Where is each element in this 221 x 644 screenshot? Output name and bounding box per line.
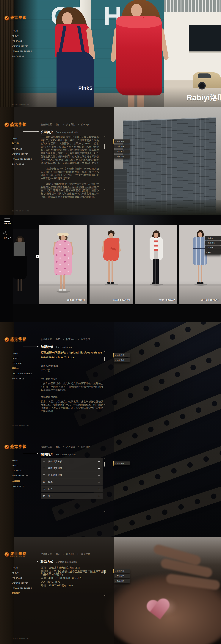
nav-about[interactable]: ABOUT — [12, 357, 36, 359]
product-card[interactable]: 连衣裙：6835046 — [90, 225, 133, 304]
scrollbar-thumb[interactable] — [104, 570, 105, 574]
breadcrumb-home[interactable]: 首页 — [56, 553, 60, 556]
breadcrumb-home[interactable]: 首页 — [56, 123, 60, 126]
nav-contact-us[interactable]: 联系我们 — [12, 592, 36, 594]
brand-logo[interactable]: 盛世华都 SHENG SHI HUA DU — [4, 552, 27, 557]
accordion-item-market-manager[interactable]: 三、市场拓展经理 + — [41, 472, 102, 478]
nav-contact-us[interactable]: CONTACT US — [12, 163, 36, 165]
tab-arrow-icon: ▸ — [206, 252, 207, 254]
brand-logo[interactable]: 盛世华都 SHENG SHI HUA DU — [4, 16, 27, 20]
brand-logo[interactable]: 盛世华都 SHENG SHI HUA DU — [4, 444, 27, 449]
menu-label[interactable]: MENU — [4, 222, 11, 224]
brand-tab-yixiangliying[interactable]: ▸ 衣香丽影 — [205, 241, 221, 245]
tab-arrow-icon: ▸ — [115, 575, 116, 577]
breadcrumb-section[interactable]: 人力资源 — [66, 446, 75, 448]
brand-tab-balidor[interactable]: ▸ 芭黎朵 — [205, 236, 221, 240]
side-tab-corporate-culture[interactable]: ▸ 企业文化 — [114, 144, 130, 148]
nav-wealth-center[interactable]: WEALTH CENTER — [12, 45, 36, 47]
scrollbar-thumb[interactable] — [104, 357, 105, 361]
plus-icon[interactable]: + — [98, 494, 100, 498]
nav-contact-us[interactable]: CONTACT US — [12, 485, 36, 487]
nav-human-resources[interactable]: HUMAN RESOURCES — [12, 158, 36, 160]
nav-wealth-center[interactable]: WEALTH CENTER — [12, 474, 36, 476]
pointer-arrow — [23, 132, 39, 132]
nav-contact-us[interactable]: CONTACT US — [12, 378, 36, 380]
plus-icon[interactable]: + — [98, 487, 100, 491]
accordion-item-accountant[interactable]: 六、会计 + — [41, 493, 102, 499]
scrollbar-track[interactable] — [105, 459, 105, 512]
brand-tab-e15[interactable]: ▸ E15 — [205, 250, 221, 254]
scrollbar-thumb[interactable] — [104, 462, 105, 466]
nav-home[interactable]: HOME — [12, 352, 36, 354]
nav-home[interactable]: HOME — [12, 567, 36, 569]
nav-human-resources[interactable]: HUMAN RESOURCES — [12, 50, 36, 52]
breadcrumb-home[interactable]: 首页 — [56, 446, 60, 448]
side-tab-map[interactable]: ▸ 电子地图 — [114, 579, 130, 583]
product-card[interactable]: 连衣裙：6835045 — [39, 225, 87, 304]
plus-icon[interactable]: + — [98, 466, 100, 470]
nav-human-resources[interactable]: HUMAN RESOURCES — [12, 587, 36, 589]
side-tab-recruitment[interactable]: ▸ 招聘简介 — [114, 462, 130, 466]
breadcrumb-section[interactable]: 关于我们 — [66, 123, 75, 126]
nav-about[interactable]: ABOUT — [12, 35, 36, 37]
breadcrumb-separator: > — [63, 338, 64, 341]
tab-arrow-icon: ▸ — [115, 360, 116, 361]
nav-its-brand[interactable]: ITS BRAND — [12, 362, 36, 364]
side-tab-join-policy[interactable]: ▸ 加盟政策 — [114, 353, 130, 357]
nav-wealth-center[interactable]: WEALTH CENTER — [12, 153, 36, 155]
nav-human-resources[interactable]: 人力资源 — [12, 480, 36, 482]
breadcrumb-home[interactable]: 首页 — [56, 338, 60, 341]
contact-label: QQ： — [41, 580, 47, 583]
product-label: 连衣裙：6835045 — [67, 298, 85, 302]
nav-contact-us[interactable]: CONTACT US — [12, 55, 36, 57]
side-tab-team[interactable]: ▸ 团队风采 — [114, 150, 130, 154]
nav-its-brand[interactable]: ITS BRAND — [12, 470, 36, 472]
paragraph: 盛世华都服饰公司成立于1998年，是从事女装品牌推广、营销的专业机构。目前，公司… — [41, 135, 99, 165]
nav-about[interactable]: 关于我们 — [12, 142, 36, 145]
sidebar-nav: HOME ABOUT ITS BRAND WEALTH CENTER HUMAN… — [12, 567, 36, 598]
menu-hamburger-icon[interactable] — [4, 218, 10, 222]
tab-label: 企业文化 — [117, 145, 124, 148]
accordion-item-supervisor[interactable]: 四、督导 + — [41, 479, 102, 486]
scrollbar-thumb[interactable] — [104, 144, 105, 149]
plus-icon[interactable]: + — [98, 460, 100, 464]
tab-arrow-icon: ▸ — [115, 570, 116, 572]
contact-value: 成都盛世华都商贸有限公司 — [48, 566, 80, 569]
brand-tab-luobeiyi[interactable]: ▸ 洛呗一 — [205, 246, 221, 250]
nav-its-brand[interactable]: ITS BRAND — [12, 148, 36, 150]
breadcrumb-section[interactable]: 联系我们 — [66, 553, 75, 556]
brand-logo[interactable]: 盛世华都 SHENG SHI HUA DU — [4, 337, 27, 342]
brand-logo[interactable]: 盛世华都 SHENG SHI HUA DU — [4, 122, 27, 127]
hr-side-tabs: ▸ 招聘简介 — [114, 462, 130, 466]
side-tab-company-intro[interactable]: ▸ 公司简介 — [114, 140, 130, 144]
download-link[interactable]: 招商加盟书下载地址：/upload/files/201706/630878903… — [41, 350, 103, 360]
nav-its-brand[interactable]: ITS BRAND — [12, 577, 36, 579]
plus-icon[interactable]: + — [98, 474, 100, 478]
nav-wealth-center[interactable]: WEALTH CENTER — [12, 582, 36, 584]
nav-home[interactable]: HOME — [12, 137, 36, 139]
side-tab-message[interactable]: ▸ 在线留言 — [114, 574, 130, 578]
expand-button[interactable]: + — [36, 255, 39, 258]
logo-cn-text: 盛世华都 — [10, 16, 27, 19]
nav-about[interactable]: ABOUT — [12, 464, 36, 466]
home-label[interactable]: HOME — [4, 237, 12, 239]
building-ledge — [189, 52, 221, 52]
product-card[interactable]: 套装：S831119 — [135, 225, 177, 304]
nav-its-brand[interactable]: ITS BRAND — [12, 40, 36, 42]
nav-about[interactable]: ABOUT — [12, 572, 36, 574]
flame-emblem-icon — [4, 552, 9, 557]
side-tab-join-process[interactable]: ▸ 加盟流程 — [114, 358, 130, 362]
plus-icon[interactable]: + — [98, 480, 100, 484]
tab-arrow-icon: ▸ — [206, 247, 207, 248]
nav-home[interactable]: HOME — [12, 460, 36, 462]
nav-home[interactable]: HOME — [12, 30, 36, 32]
accordion-item-brand-manager[interactable]: 二、品牌运营经理 + — [41, 465, 102, 472]
logo-en-text: SHENG SHI HUA DU — [10, 341, 27, 342]
accordion-item-wechat-operator[interactable]: 一、微信运营专员 + — [41, 458, 102, 465]
breadcrumb-section[interactable]: 财富中心 — [66, 338, 75, 341]
nav-human-resources[interactable]: HUMAN RESOURCES — [12, 373, 36, 375]
nav-wealth-center[interactable]: 财富中心 — [12, 367, 36, 370]
side-tab-company-news[interactable]: ▸ 公司新闻 — [114, 154, 130, 158]
side-tab-contact-info[interactable]: ▸ 联系方式 — [114, 569, 130, 573]
accordion-item-store-manager[interactable]: 五、店长 + — [41, 486, 102, 492]
